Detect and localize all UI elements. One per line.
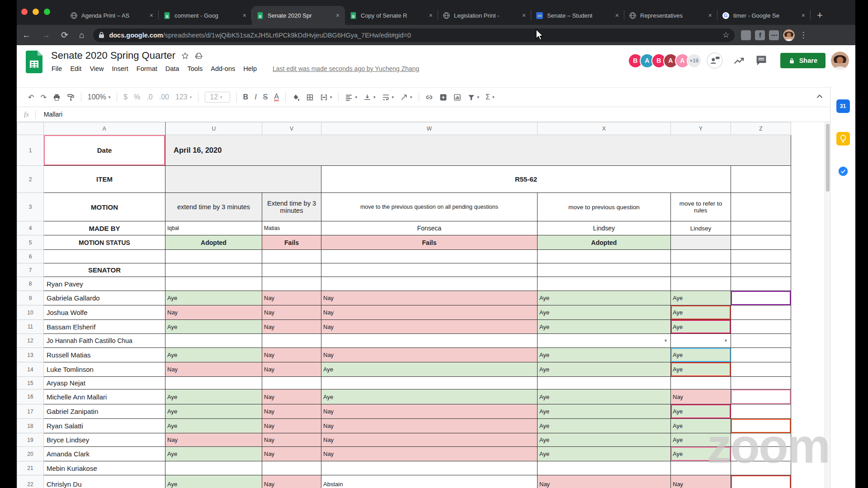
- back-icon[interactable]: ←: [17, 30, 36, 40]
- menu-insert[interactable]: Insert: [108, 63, 132, 74]
- cell-W16[interactable]: Aye: [321, 389, 538, 404]
- cell-A1[interactable]: Date: [44, 135, 165, 166]
- minimize-window-button[interactable]: [33, 9, 39, 15]
- close-tab-icon[interactable]: ×: [708, 12, 713, 19]
- insert-chart-icon[interactable]: [453, 94, 461, 101]
- cell-A20[interactable]: Amanda Clark: [44, 447, 165, 461]
- browser-tab-4[interactable]: Copy of Senate R ×: [345, 6, 438, 25]
- window-controls[interactable]: [21, 9, 50, 15]
- column-header-X[interactable]: X: [538, 122, 671, 135]
- row-header-2[interactable]: 2: [17, 166, 44, 193]
- extension-generic-icon[interactable]: [741, 30, 751, 40]
- insert-link-icon[interactable]: [425, 94, 433, 101]
- cell-A12[interactable]: Jo Hannah Faith Castillo Chua: [44, 334, 165, 348]
- cell-Y9[interactable]: Aye: [671, 291, 731, 305]
- cell-W17[interactable]: Nay: [321, 404, 538, 419]
- share-button[interactable]: Share: [780, 53, 826, 68]
- star-document-icon[interactable]: [181, 52, 189, 60]
- cell-V16[interactable]: Nay: [262, 389, 321, 404]
- row-header-17[interactable]: 17: [17, 404, 44, 419]
- cell-X6[interactable]: [538, 250, 671, 263]
- text-color-button[interactable]: A: [274, 93, 279, 101]
- cell-Z16[interactable]: [731, 389, 791, 404]
- browser-tab-7[interactable]: Representatives ×: [624, 6, 717, 25]
- cell-V12[interactable]: [262, 334, 321, 348]
- cell-X19[interactable]: Aye: [538, 433, 671, 447]
- cell-X7[interactable]: [538, 263, 671, 277]
- cell-X9[interactable]: Aye: [538, 291, 671, 305]
- cell-X5[interactable]: Adopted: [538, 235, 671, 250]
- column-header-V[interactable]: V: [262, 122, 321, 135]
- cell-U8[interactable]: [165, 277, 262, 291]
- cell-U22[interactable]: Aye: [165, 475, 262, 488]
- paint-format-icon[interactable]: [67, 94, 75, 101]
- cell-U19[interactable]: Nay: [165, 433, 262, 447]
- text-rotation-icon[interactable]: ▾: [400, 94, 412, 101]
- cell-W10[interactable]: Nay: [321, 305, 538, 320]
- column-header-Z[interactable]: Z: [731, 122, 791, 135]
- profile-avatar[interactable]: [831, 52, 849, 70]
- cell-U16[interactable]: Aye: [165, 389, 262, 404]
- cell-V19[interactable]: Nay: [262, 433, 321, 447]
- row-header-19[interactable]: 19: [17, 433, 44, 447]
- cell-W6[interactable]: [321, 250, 538, 263]
- cell-Y16[interactable]: Nay: [671, 389, 731, 404]
- reload-icon[interactable]: ⟳: [56, 30, 74, 40]
- cell-dropdown-icon[interactable]: ▼: [664, 334, 669, 347]
- cell-A14[interactable]: Luke Tomlinson: [44, 362, 165, 377]
- forward-icon[interactable]: →: [36, 30, 56, 40]
- fill-color-icon[interactable]: [292, 94, 300, 101]
- print-icon[interactable]: [53, 94, 61, 101]
- cell-Y17[interactable]: Aye: [671, 404, 731, 419]
- cell-V11[interactable]: Nay: [262, 320, 321, 334]
- cell-U17[interactable]: Aye: [165, 404, 262, 419]
- cell-Z22[interactable]: [731, 475, 791, 488]
- cell-V20[interactable]: Nay: [262, 447, 321, 461]
- browser-profile-avatar[interactable]: [783, 29, 795, 41]
- cell-W14[interactable]: Aye: [321, 362, 538, 377]
- menu-file[interactable]: File: [47, 63, 66, 74]
- cell-W4[interactable]: Fonseca: [321, 221, 538, 235]
- row-header-10[interactable]: 10: [17, 305, 44, 320]
- row-header-22[interactable]: 22: [17, 475, 44, 488]
- cell-W13[interactable]: Nay: [321, 348, 538, 362]
- collaborators-overflow[interactable]: +19: [687, 53, 702, 68]
- cell-Y12[interactable]: ▼: [671, 334, 731, 348]
- document-title[interactable]: Senate 2020 Spring Quarter: [51, 50, 175, 61]
- cell-dropdown-icon[interactable]: ▼: [724, 334, 729, 347]
- browser-tab-2[interactable]: comment - Goog ×: [159, 6, 252, 25]
- cell-A6[interactable]: [44, 250, 165, 263]
- functions-button[interactable]: Σ▾: [486, 93, 494, 101]
- cell-W5[interactable]: Fails: [321, 235, 538, 250]
- cell-X20[interactable]: Aye: [538, 447, 671, 461]
- borders-icon[interactable]: [306, 94, 314, 101]
- cell-U10[interactable]: Nay: [165, 305, 262, 320]
- row-header-4[interactable]: 4: [17, 221, 44, 235]
- cell-X16[interactable]: Aye: [538, 389, 671, 404]
- cell-Z10[interactable]: [731, 305, 791, 320]
- cell-X14[interactable]: Aye: [538, 362, 671, 377]
- row-header-5[interactable]: 5: [17, 235, 44, 250]
- comment-history-icon[interactable]: [755, 55, 767, 66]
- cell-Z3[interactable]: [731, 193, 791, 221]
- more-extensions-icon[interactable]: ⋯: [769, 30, 779, 40]
- cell-U12[interactable]: [165, 334, 262, 348]
- row-header-21[interactable]: 21: [17, 461, 44, 475]
- format-percent-button[interactable]: %: [134, 93, 140, 101]
- merge-cells-icon[interactable]: ▾: [320, 94, 332, 101]
- cell-U21[interactable]: [165, 461, 262, 475]
- increase-decimals-button[interactable]: .00: [159, 93, 169, 101]
- facebook-extension-icon[interactable]: f: [755, 30, 765, 40]
- cell-U2[interactable]: [165, 166, 321, 193]
- bookmark-star-icon[interactable]: ☆: [722, 30, 729, 40]
- close-window-button[interactable]: [21, 9, 28, 15]
- cell-Z17[interactable]: [731, 404, 791, 419]
- cell-W19[interactable]: Nay: [321, 433, 538, 447]
- cell-U18[interactable]: Aye: [165, 419, 262, 433]
- cell-A4[interactable]: MADE BY: [44, 221, 165, 235]
- cell-U6[interactable]: [165, 250, 262, 263]
- move-to-drive-icon[interactable]: [195, 52, 203, 60]
- cell-Y4[interactable]: Lindsey: [671, 221, 731, 235]
- browser-menu-icon[interactable]: ⋮: [795, 30, 811, 40]
- cell-W8[interactable]: [321, 277, 538, 291]
